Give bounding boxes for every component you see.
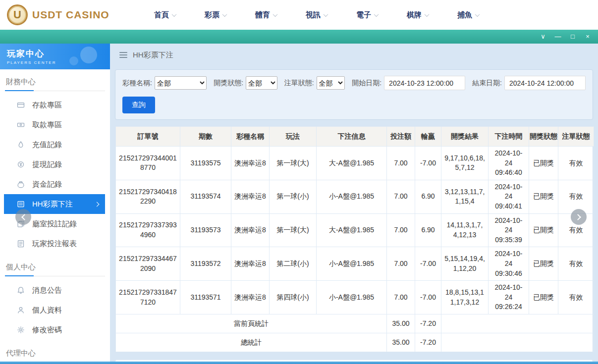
cell: -7.00 [415, 247, 441, 281]
cell: 5,15,14,19,4,1,12,20 [441, 247, 489, 281]
maximize-button[interactable]: □ [565, 30, 580, 44]
sidebar-item-label: 充值記錄 [32, 140, 62, 150]
chevron-right-icon [575, 214, 581, 220]
sidebar-section-title: 財務中心 [5, 77, 105, 91]
top-navigation-bar: U USDT CASINO 首頁彩票體育視訊電子棋牌捕魚 [0, 0, 598, 30]
column-header: 訂單號 [116, 127, 180, 147]
sidebar-item-label: 資金記錄 [32, 180, 62, 189]
table-row: 215217297337393496031193573澳洲幸运8第一球(大)大-… [116, 213, 594, 247]
cell: 澳洲幸运8 [231, 147, 270, 180]
bell-icon [17, 286, 25, 294]
chevron-down-icon [222, 12, 227, 17]
cell: 已開獎 [529, 180, 558, 213]
summary-winloss-total: -7.20 [415, 333, 441, 352]
cell: 31193574 [180, 180, 231, 213]
filter-row: 彩種名稱: 全部 開獎狀態: 全部 注單狀態: 全部 開始日期: 結束日期: [122, 76, 586, 90]
end-date-label: 結束日期: [472, 79, 502, 88]
summary-row: 總統計35.00-7.20 [116, 333, 594, 352]
nav-item[interactable]: 視訊 [291, 10, 342, 20]
cell: 第一球(小) [270, 180, 317, 213]
cell: 已開獎 [529, 247, 558, 281]
cell: 澳洲幸运8 [231, 180, 270, 213]
column-header: 彩種名稱 [231, 127, 270, 147]
cell: 大-A盤@1.985 [317, 213, 387, 247]
draw-status-label: 開獎狀態: [214, 79, 243, 88]
nav-item[interactable]: 捕魚 [443, 10, 493, 20]
minimize-button[interactable]: — [550, 30, 565, 44]
sidebar-item[interactable]: 玩家投注報表 [4, 234, 105, 254]
sidebar-item[interactable]: 個人資料 [4, 300, 105, 320]
nav-item-label: 視訊 [306, 10, 321, 20]
window-titlebar: ∨ — □ × [0, 30, 598, 44]
sidebar-item[interactable]: 充值記錄 [4, 135, 105, 155]
cell: 6.90 [415, 180, 441, 213]
cell: -7.00 [415, 147, 441, 180]
sidebar-item[interactable]: 存款專區 [4, 95, 105, 115]
cell: 7.00 [387, 180, 415, 213]
cell: 2152172973318477120 [116, 281, 180, 314]
nav-item-label: 捕魚 [457, 10, 472, 20]
sidebar-item[interactable]: 提現記錄 [4, 155, 105, 174]
cell: 澳洲幸运8 [231, 213, 270, 247]
withdraw-icon [17, 121, 25, 129]
logo-monogram: U [13, 8, 21, 21]
table-row: 215217297344001877031193575澳洲幸运8第一球(大)大-… [116, 147, 594, 180]
nav-item[interactable]: 電子 [342, 10, 392, 20]
window-frame-bottom [0, 362, 598, 364]
cell: 已開獎 [529, 147, 558, 180]
hamburger-menu-icon[interactable] [119, 51, 127, 59]
scroll-right-button[interactable] [571, 209, 587, 225]
column-header: 投注額 [387, 127, 415, 147]
sidebar-item[interactable]: 資金記錄 [4, 174, 105, 194]
cell: 7.00 [387, 247, 415, 281]
summary-winloss-total: -7.20 [415, 314, 441, 333]
player-report-icon [17, 240, 25, 248]
logo[interactable]: U USDT CASINO [0, 4, 125, 25]
cell: 2024-10-24 09:30:46 [489, 247, 529, 281]
sidebar-item-label: 個人資料 [32, 306, 62, 315]
scroll-left-button[interactable] [15, 209, 31, 225]
chevron-down-icon [273, 12, 278, 17]
sidebar-item-label: HH彩票下注 [32, 200, 73, 209]
cell: 大-A盤@1.985 [317, 147, 387, 180]
gear-icon [17, 326, 25, 334]
column-header: 玩法 [270, 127, 317, 147]
cell: 18,8,15,13,11,17,3,12 [441, 281, 489, 314]
end-date-input[interactable] [504, 76, 586, 90]
nav-item[interactable]: 首頁 [140, 10, 190, 20]
cell: 有效 [558, 180, 594, 213]
sidebar-item[interactable]: 取款專區 [4, 115, 105, 135]
table-row: 215217297334467209031193572澳洲幸运8第二球(小)小-… [116, 247, 594, 281]
search-button[interactable]: 查詢 [122, 97, 155, 113]
cell: 小-A盤@1.985 [317, 281, 387, 314]
cell: 有效 [558, 147, 594, 180]
table-row: 215217297340418229031193574澳洲幸运8第一球(小)小-… [116, 180, 594, 213]
nav-item[interactable]: 棋牌 [392, 10, 443, 20]
summary-label: 當前頁統計 [116, 314, 387, 333]
start-date-input[interactable] [384, 76, 465, 90]
nav-item-label: 彩票 [205, 10, 219, 20]
close-button[interactable]: × [580, 30, 595, 44]
table-header-row: 訂單號期數彩種名稱玩法下注信息投注額輸贏開獎結果下注時間開獎狀態注單狀態 [116, 127, 594, 147]
lottery-select[interactable]: 全部 [155, 76, 207, 90]
bets-table-wrap: 訂單號期數彩種名稱玩法下注信息投注額輸贏開獎結果下注時間開獎狀態注單狀態2152… [115, 126, 593, 353]
sidebar-section-list: 存款專區取款專區充值記錄提現記錄資金記錄HH彩票下注廳室投註記錄玩家投注報表 [0, 91, 110, 255]
draw-status-select[interactable]: 全部 [246, 76, 277, 90]
cash-record-icon [17, 160, 25, 168]
cell: 14,11,3,1,7,4,12,13 [441, 213, 489, 247]
main-content: HH彩票下注 彩種名稱: 全部 開獎狀態: 全部 注單狀態: 全部 開始日期: … [110, 44, 598, 362]
sidebar-section-list: 消息公告個人資料修改密碼 [0, 276, 110, 341]
nav-item[interactable]: 彩票 [190, 10, 241, 20]
collapse-button[interactable]: ∨ [536, 30, 550, 44]
order-status-select[interactable]: 全部 [317, 76, 345, 90]
cell: 31193572 [180, 247, 231, 281]
summary-bet-total: 35.00 [387, 314, 415, 333]
cell: 6.90 [415, 213, 441, 247]
sidebar-item[interactable]: 消息公告 [4, 280, 105, 300]
cell: 2024-10-24 09:46:40 [489, 147, 529, 180]
cell: 第二球(小) [270, 247, 317, 281]
cell: -7.00 [415, 281, 441, 314]
sidebar-item[interactable]: 修改密碼 [4, 320, 105, 340]
chevron-down-icon [324, 12, 328, 17]
nav-item[interactable]: 體育 [241, 10, 291, 20]
